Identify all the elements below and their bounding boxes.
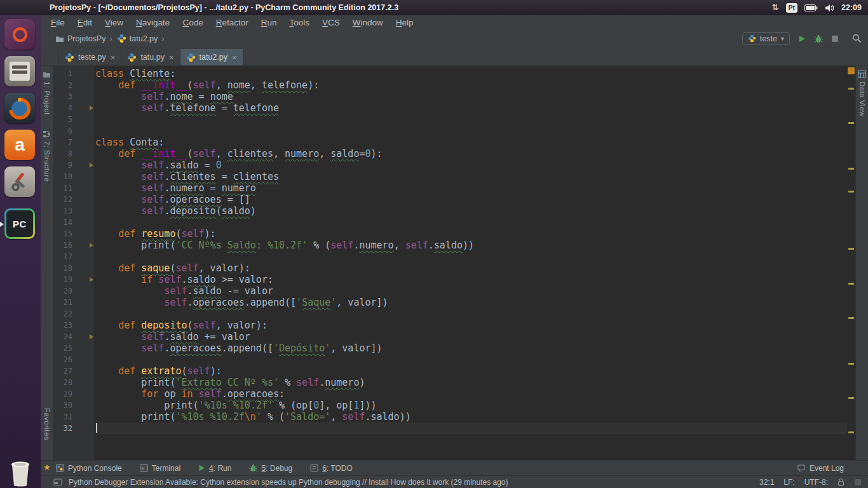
code-line[interactable]: class Cliente: <box>95 68 847 79</box>
gutter-line[interactable]: 27 <box>53 365 94 377</box>
gutter-line[interactable]: 19 <box>53 274 94 285</box>
trash-launcher-item[interactable] <box>4 458 36 488</box>
code-line[interactable]: def __init__(self, clientes, numero, sal… <box>95 148 847 159</box>
menu-tools[interactable]: Tools <box>283 18 316 27</box>
toolwindow-dataview-button[interactable]: Data View <box>858 66 866 121</box>
toolwindow-terminal-button[interactable]: Terminal <box>140 464 180 473</box>
gutter-line[interactable]: 11 <box>53 182 94 194</box>
code-line[interactable]: def extrato(self): <box>95 365 847 377</box>
gutter-line[interactable]: 20 <box>53 285 94 297</box>
gutter-line[interactable]: 13 <box>53 205 94 217</box>
code-line[interactable]: print('CC Nº%s Saldo: %10.2f' % (self.nu… <box>95 240 847 251</box>
code-area[interactable]: class Cliente: def __init__(self, nome, … <box>94 66 847 460</box>
toolwindow-5-debug-button[interactable]: 5: Debug <box>249 464 292 473</box>
gutter-line[interactable]: 22 <box>53 308 94 320</box>
code-line[interactable]: self.operacoes.append(['Saque', valor]) <box>95 297 847 308</box>
amazon-launcher-item[interactable]: a <box>4 130 36 161</box>
tab-teste.py[interactable]: teste.py× <box>58 49 121 65</box>
code-line[interactable]: self.operacoes = [] <box>95 194 847 205</box>
gutter-line[interactable]: 4 <box>53 102 94 114</box>
code-line[interactable]: self.saldo = 0 <box>95 159 847 171</box>
code-line[interactable]: self.nome = nome <box>95 91 847 102</box>
code-line[interactable] <box>95 217 847 228</box>
code-line[interactable]: def resumo(self): <box>95 228 847 240</box>
menu-vcs[interactable]: VCS <box>316 18 346 27</box>
toolwindow-project-button[interactable]: 1: Project <box>43 66 51 119</box>
gutter-line[interactable]: 5 <box>53 114 94 125</box>
gutter[interactable]: 1234567891011121314151617181920212223242… <box>53 66 94 460</box>
code-line[interactable] <box>95 308 847 320</box>
gutter-line[interactable]: 2 <box>53 79 94 91</box>
gutter-line[interactable]: 18 <box>53 262 94 274</box>
gutter-line[interactable]: 16 <box>53 240 94 251</box>
menu-file[interactable]: File <box>44 18 71 27</box>
gutter-line[interactable]: 10 <box>53 171 94 182</box>
code-line[interactable]: self.operacoes.append(['Depósito', valor… <box>95 342 847 354</box>
encoding-widget[interactable]: UTF-8: <box>804 478 828 487</box>
volume-icon[interactable] <box>825 4 834 12</box>
code-line[interactable]: def __init__(self, nome, telefone): <box>95 79 847 91</box>
toolwindow-toggle-icon[interactable] <box>53 478 62 486</box>
menu-navigate[interactable]: Navigate <box>130 18 176 27</box>
gutter-line[interactable]: 1 <box>53 68 94 79</box>
menu-run[interactable]: Run <box>255 18 283 27</box>
code-line[interactable]: self.saldo += valor <box>95 331 847 342</box>
breadcrumb-project[interactable]: ProjetosPy <box>67 34 105 43</box>
stop-button[interactable] <box>831 35 839 43</box>
gutter-line[interactable]: 6 <box>53 125 94 137</box>
code-line[interactable]: self.numero = numero <box>95 182 847 194</box>
code-line[interactable] <box>95 125 847 137</box>
gutter-line[interactable]: 24 <box>53 331 94 342</box>
tab-tatu.py[interactable]: tatu.py× <box>121 49 180 65</box>
favorites-star-icon[interactable]: ★ <box>43 463 51 471</box>
run-configuration-selector[interactable]: teste ▾ <box>742 32 790 45</box>
breadcrumb-file[interactable]: tatu2.py <box>130 34 158 43</box>
caret-position-widget[interactable]: 32:1 <box>759 478 774 487</box>
code-line[interactable]: print('%10s %10.2f' % (op[0], op[1])) <box>95 400 847 411</box>
menu-code[interactable]: Code <box>176 18 209 27</box>
pycharm-launcher-item[interactable]: PC <box>4 208 36 240</box>
gutter-line[interactable]: 26 <box>53 354 94 365</box>
gutter-line[interactable]: 23 <box>53 320 94 331</box>
input-method-icon[interactable]: ⇅ <box>772 0 779 15</box>
battery-icon[interactable] <box>804 4 818 11</box>
code-line[interactable]: class Conta: <box>95 137 847 148</box>
code-line[interactable]: if self.saldo >= valor: <box>95 274 847 285</box>
gutter-line[interactable]: 3 <box>53 91 94 102</box>
search-everywhere-icon[interactable] <box>852 34 862 43</box>
code-line[interactable] <box>95 114 847 125</box>
code-line[interactable]: print('%10s %10.2f\n' % ('Saldo=', self.… <box>95 411 847 423</box>
status-message[interactable]: Python Debugger Extension Available: Cyt… <box>69 478 508 487</box>
toolwindow-favorites-button[interactable]: Favorites <box>43 403 51 445</box>
code-line[interactable]: self.telefone = telefone <box>95 102 847 114</box>
system-tools-launcher-item[interactable] <box>4 166 36 198</box>
code-line[interactable]: for op in self.operacoes: <box>95 388 847 400</box>
gutter-line[interactable]: 9 <box>53 159 94 171</box>
code-line[interactable]: self.clientes = clientes <box>95 171 847 182</box>
gutter-line[interactable]: 14 <box>53 217 94 228</box>
menu-window[interactable]: Window <box>346 18 390 27</box>
menu-view[interactable]: View <box>98 18 130 27</box>
line-separator-widget[interactable]: LF: <box>783 478 794 487</box>
clock[interactable]: 22:09 <box>841 3 862 12</box>
toolwindow-structure-button[interactable]: 7: Structure <box>43 126 51 186</box>
gutter-line[interactable]: 12 <box>53 194 94 205</box>
run-button[interactable] <box>798 35 806 43</box>
gutter-line[interactable]: 7 <box>53 137 94 148</box>
gutter-line[interactable]: 15 <box>53 228 94 240</box>
debug-button[interactable] <box>814 34 823 43</box>
menu-edit[interactable]: Edit <box>71 18 98 27</box>
tab-close-icon[interactable]: × <box>169 53 174 62</box>
code-line[interactable]: def saque(self, valor): <box>95 262 847 274</box>
menu-refactor[interactable]: Refactor <box>210 18 255 27</box>
toolwindow-4-run-button[interactable]: 4: Run <box>198 464 231 473</box>
code-line[interactable] <box>95 354 847 365</box>
toolwindow-python-console-button[interactable]: Python Console <box>56 464 122 473</box>
gutter-line[interactable]: 31 <box>53 411 94 423</box>
code-line[interactable] <box>95 251 847 262</box>
code-line[interactable]: self.saldo -= valor <box>95 285 847 297</box>
toolwindow-6-todo-button[interactable]: 6: TODO <box>310 464 353 473</box>
code-line[interactable] <box>95 423 847 434</box>
lock-icon[interactable] <box>837 478 844 486</box>
inspection-indicator[interactable] <box>848 67 855 74</box>
